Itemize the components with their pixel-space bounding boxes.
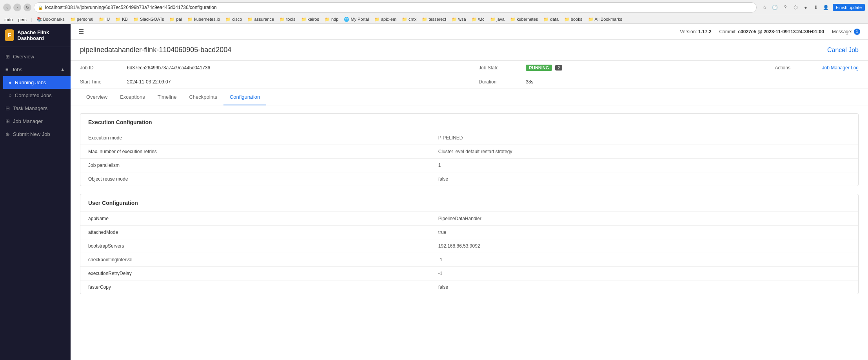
user-config-section: User Configuration appNamePipelineDataHa… (80, 194, 859, 294)
bookmark-kubernetes[interactable]: 📁 kubernetes (509, 16, 539, 22)
bookmark-kubernetes-io[interactable]: 📁 kubernetes.io (186, 16, 221, 22)
tab-checkpoints[interactable]: Checkpoints (183, 89, 223, 105)
bookmark-pers[interactable]: pers (17, 17, 27, 22)
table-row: Job parallelism1 (80, 159, 858, 172)
top-bar-info: Version: 1.17.2 Commit: c0027e5 @ 2023-1… (680, 29, 860, 35)
job-manager-log-link[interactable]: Job Manager Log (822, 65, 859, 71)
sidebar-item-task-managers[interactable]: ⊟ Task Managers (0, 102, 71, 115)
bookmark-tesserect[interactable]: 📁 tesserect (421, 16, 447, 22)
config-key: attachedMode (80, 226, 430, 239)
job-details: Job ID 6d37ec526499b73a74c9ea445d041736 … (71, 61, 868, 89)
all-bookmarks[interactable]: 📁 All Bookmarks (588, 17, 622, 22)
message-label: Message: (832, 29, 852, 34)
task-managers-icon: ⊟ (5, 105, 10, 111)
config-value: 1 (430, 159, 858, 172)
history-icon[interactable]: 🕐 (771, 3, 779, 12)
bookmark-wsa[interactable]: 📁 wsa (450, 16, 467, 22)
url-bar[interactable]: 🔒 localhost:8081/#/job/running/6d37ec526… (34, 2, 757, 13)
bookmark-assurance[interactable]: 📁 assurance (246, 16, 275, 22)
table-row: Execution modePIPELINED (80, 131, 858, 145)
job-state-badge: RUNNING (526, 65, 552, 71)
execution-config-title: Execution Configuration (80, 114, 858, 131)
bookmark-tools[interactable]: 📁 tools (278, 16, 296, 22)
table-row: executionRetryDelay-1 (80, 267, 858, 280)
bookmark-iu[interactable]: 📁 IU (98, 16, 111, 22)
sidebar-item-submit-new-job[interactable]: ⊕ Submit New Job (0, 128, 71, 141)
table-row: attachedModetrue (80, 226, 858, 239)
table-row: appNamePipelineDataHandler (80, 212, 858, 226)
config-key: appName (80, 212, 430, 226)
profile-icon[interactable]: ● (801, 3, 810, 12)
forward-button[interactable]: › (13, 4, 21, 11)
back-button[interactable]: ‹ (3, 4, 11, 11)
sidebar-item-overview-label: Overview (13, 54, 34, 60)
user-config-title: User Configuration (80, 194, 858, 212)
finish-update-button[interactable]: Finish update (833, 4, 865, 11)
star-icon[interactable]: ☆ (761, 3, 769, 12)
bookmark-ndp[interactable]: 📁 ndp (323, 16, 340, 22)
app-layout: F Apache Flink Dashboard ⊞ Overview ≡ Jo… (0, 24, 868, 360)
sidebar-job-manager-label: Job Manager (13, 118, 43, 124)
sidebar: F Apache Flink Dashboard ⊞ Overview ≡ Jo… (0, 24, 71, 360)
config-key: Execution mode (80, 131, 430, 145)
job-state-cell: Job State RUNNING 2 Actions Job Manager … (469, 61, 868, 75)
table-row: Max. number of execution retriesCluster … (80, 145, 858, 159)
version-value: 1.17.2 (698, 29, 711, 34)
version-info: Version: 1.17.2 (680, 29, 711, 34)
sidebar-item-completed-jobs[interactable]: ○ Completed Jobs (3, 89, 71, 102)
tab-overview[interactable]: Overview (80, 89, 114, 105)
message-badge: Message: 1 (832, 29, 860, 35)
sidebar-item-overview[interactable]: ⊞ Overview (0, 50, 71, 63)
user-config-table: appNamePipelineDataHandlerattachedModetr… (80, 212, 858, 294)
bookmark-cmx[interactable]: 📁 cmx (401, 16, 418, 22)
config-value: false (430, 280, 858, 294)
extensions-icon[interactable]: ⬡ (791, 3, 800, 12)
table-row: checkpointingInterval-1 (80, 253, 858, 267)
bookmark-pal[interactable]: 📁 pal (168, 16, 183, 22)
submit-new-job-icon: ⊕ (5, 131, 10, 137)
bookmark-kairos[interactable]: 📁 kairos (300, 16, 320, 22)
sidebar-item-job-manager[interactable]: ⊞ Job Manager (0, 115, 71, 128)
logo-icon: F (5, 29, 14, 41)
tab-exceptions[interactable]: Exceptions (114, 89, 151, 105)
hamburger-icon[interactable]: ☰ (78, 28, 84, 35)
reload-button[interactable]: ↻ (24, 4, 31, 11)
bookmark-slackgoats[interactable]: 📁 SlackGOATs (132, 16, 165, 22)
bookmark-todo[interactable]: todo (3, 17, 14, 22)
job-state-label: Job State (479, 65, 526, 71)
bookmark-personal[interactable]: 📁 personal (69, 16, 94, 22)
config-key: checkpointingInterval (80, 253, 430, 267)
bookmark-kb[interactable]: 📁 KB (114, 16, 129, 22)
cancel-job-button[interactable]: Cancel Job (827, 47, 859, 54)
running-jobs-icon: ● (9, 80, 12, 85)
bookmark-cisco[interactable]: 📁 cisco (224, 16, 243, 22)
execution-config-section: Execution Configuration Execution modePI… (80, 113, 859, 186)
config-key: Job parallelism (80, 159, 430, 172)
main-content: ☰ Version: 1.17.2 Commit: c0027e5 @ 2023… (71, 24, 868, 360)
sidebar-section-jobs[interactable]: ≡ Jobs ▲ (0, 63, 71, 76)
config-key: Object reuse mode (80, 172, 430, 186)
bookmark-java[interactable]: 📁 java (489, 16, 506, 22)
start-time-cell: Start Time 2024-11-03 22:09:07 (71, 75, 469, 89)
bookmark-books[interactable]: 📁 books (563, 16, 583, 22)
tab-timeline[interactable]: Timeline (151, 89, 183, 105)
tab-configuration[interactable]: Configuration (223, 89, 266, 105)
bookmark-data[interactable]: 📁 data (542, 16, 559, 22)
sidebar-submit-new-job-label: Submit New Job (13, 131, 50, 137)
bookmark-my-portal[interactable]: 🌐 My Portal (343, 16, 370, 22)
job-header: pipelinedatahandler-flink-1104060905-bac… (71, 40, 868, 61)
table-row: bootstrapServers192.168.86.53:9092 (80, 239, 858, 253)
bookmark-apic-em[interactable]: 📁 apic-em (373, 16, 398, 22)
config-value: false (430, 172, 858, 186)
sidebar-item-running-jobs[interactable]: ● Running Jobs (3, 76, 71, 89)
job-count-badge: 2 (555, 65, 562, 71)
bookmark-bookmarks[interactable]: 📚 Bookmarks (35, 16, 66, 22)
config-value: Cluster level default restart strategy (430, 145, 858, 159)
help-icon[interactable]: ? (781, 3, 790, 12)
account-icon[interactable]: 👤 (822, 3, 830, 12)
browser-toolbar: ‹ › ↻ 🔒 localhost:8081/#/job/running/6d3… (0, 0, 868, 15)
download-icon[interactable]: ⬇ (812, 3, 820, 12)
message-count-badge[interactable]: 1 (854, 29, 860, 35)
bookmark-wlc[interactable]: 📁 wlc (470, 16, 486, 22)
jobs-icon: ≡ (5, 67, 9, 72)
